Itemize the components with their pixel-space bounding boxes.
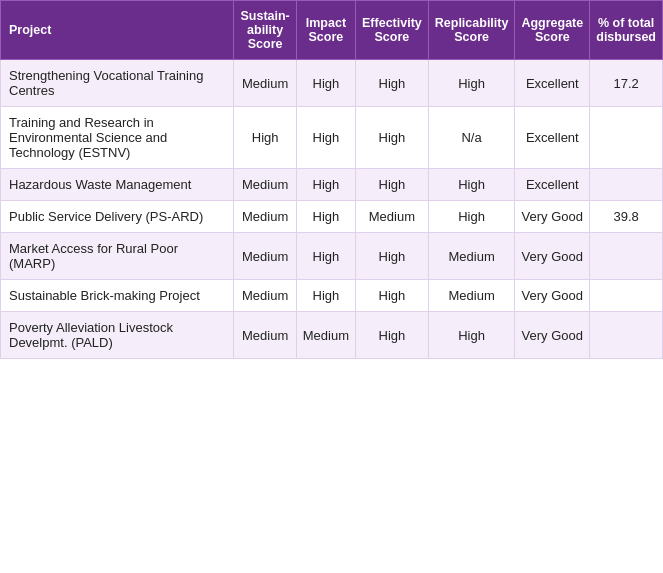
cell-impact: High xyxy=(296,169,355,201)
table-row: Strengthening Vocational Training Centre… xyxy=(1,60,663,107)
cell-effectivity: High xyxy=(356,107,429,169)
cell-aggregate: Excellent xyxy=(515,107,590,169)
cell-impact: High xyxy=(296,280,355,312)
cell-effectivity: High xyxy=(356,312,429,359)
col-header-impact: Impact Score xyxy=(296,1,355,60)
cell-effectivity: High xyxy=(356,233,429,280)
cell-sustainability: Medium xyxy=(234,201,296,233)
table-row: Public Service Delivery (PS-ARD)MediumHi… xyxy=(1,201,663,233)
table-row: Market Access for Rural Poor (MARP)Mediu… xyxy=(1,233,663,280)
cell-aggregate: Very Good xyxy=(515,233,590,280)
cell-sustainability: High xyxy=(234,107,296,169)
cell-effectivity: Medium xyxy=(356,201,429,233)
cell-effectivity: High xyxy=(356,60,429,107)
cell-sustainability: Medium xyxy=(234,312,296,359)
cell-replicability: High xyxy=(428,201,515,233)
table-row: Hazardous Waste ManagementMediumHighHigh… xyxy=(1,169,663,201)
cell-aggregate: Very Good xyxy=(515,312,590,359)
cell-replicability: N/a xyxy=(428,107,515,169)
table-row: Training and Research in Environmental S… xyxy=(1,107,663,169)
table-header-row: ProjectSustain- ability ScoreImpact Scor… xyxy=(1,1,663,60)
cell-project: Sustainable Brick-making Project xyxy=(1,280,234,312)
cell-aggregate: Very Good xyxy=(515,280,590,312)
cell-sustainability: Medium xyxy=(234,233,296,280)
cell-disbursed xyxy=(590,169,663,201)
cell-aggregate: Excellent xyxy=(515,169,590,201)
cell-replicability: Medium xyxy=(428,233,515,280)
table-row: Sustainable Brick-making ProjectMediumHi… xyxy=(1,280,663,312)
cell-replicability: High xyxy=(428,169,515,201)
cell-disbursed: 39.8 xyxy=(590,201,663,233)
cell-project: Training and Research in Environmental S… xyxy=(1,107,234,169)
cell-impact: High xyxy=(296,107,355,169)
cell-aggregate: Excellent xyxy=(515,60,590,107)
cell-impact: High xyxy=(296,233,355,280)
cell-project: Poverty Alleviation Livestock Develpmt. … xyxy=(1,312,234,359)
cell-sustainability: Medium xyxy=(234,60,296,107)
cell-effectivity: High xyxy=(356,280,429,312)
cell-replicability: Medium xyxy=(428,280,515,312)
col-header-aggregate: Aggregate Score xyxy=(515,1,590,60)
cell-replicability: High xyxy=(428,312,515,359)
table-row: Poverty Alleviation Livestock Develpmt. … xyxy=(1,312,663,359)
col-header-sustainability: Sustain- ability Score xyxy=(234,1,296,60)
cell-sustainability: Medium xyxy=(234,280,296,312)
cell-impact: High xyxy=(296,201,355,233)
cell-disbursed xyxy=(590,107,663,169)
cell-disbursed xyxy=(590,280,663,312)
cell-project: Hazardous Waste Management xyxy=(1,169,234,201)
cell-replicability: High xyxy=(428,60,515,107)
table-body: Strengthening Vocational Training Centre… xyxy=(1,60,663,359)
cell-disbursed xyxy=(590,233,663,280)
scores-table: ProjectSustain- ability ScoreImpact Scor… xyxy=(0,0,663,359)
col-header-replicability: Replicability Score xyxy=(428,1,515,60)
cell-effectivity: High xyxy=(356,169,429,201)
col-header-disbursed: % of total disbursed xyxy=(590,1,663,60)
cell-aggregate: Very Good xyxy=(515,201,590,233)
col-header-project: Project xyxy=(1,1,234,60)
cell-disbursed xyxy=(590,312,663,359)
cell-impact: Medium xyxy=(296,312,355,359)
cell-impact: High xyxy=(296,60,355,107)
col-header-effectivity: Effectivity Score xyxy=(356,1,429,60)
cell-sustainability: Medium xyxy=(234,169,296,201)
cell-project: Public Service Delivery (PS-ARD) xyxy=(1,201,234,233)
cell-disbursed: 17.2 xyxy=(590,60,663,107)
cell-project: Strengthening Vocational Training Centre… xyxy=(1,60,234,107)
cell-project: Market Access for Rural Poor (MARP) xyxy=(1,233,234,280)
